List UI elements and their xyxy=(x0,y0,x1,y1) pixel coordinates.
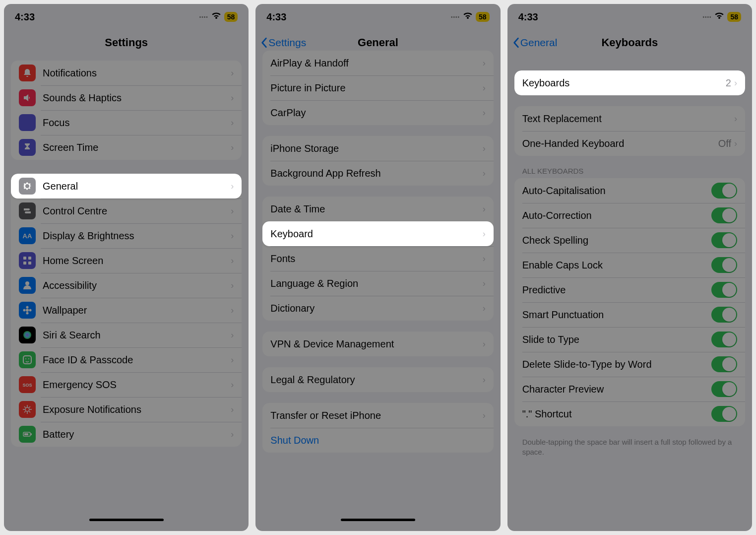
page-title: Settings xyxy=(105,36,148,49)
toggle-row-slide-to-type: Slide to Type xyxy=(514,327,745,352)
toggle-switch[interactable] xyxy=(711,232,737,248)
chevron-right-icon: › xyxy=(483,254,486,264)
chevron-right-icon: › xyxy=(231,181,234,192)
row-one-handed-keyboard[interactable]: One-Handed KeyboardOff› xyxy=(514,131,745,156)
general-row-picture-in-picture[interactable]: Picture in Picture› xyxy=(262,75,493,100)
aa-icon: AA xyxy=(19,227,36,244)
row-label: Auto-Correction xyxy=(522,210,711,221)
chevron-right-icon: › xyxy=(734,114,737,124)
keyboards-list[interactable]: Keyboards2›Text Replacement›One-Handed K… xyxy=(507,56,752,531)
chevron-right-icon: › xyxy=(483,339,486,349)
battery-icon xyxy=(19,426,36,443)
chevron-right-icon: › xyxy=(231,206,234,216)
chevron-right-icon: › xyxy=(231,118,234,128)
back-button[interactable]: Settings xyxy=(260,37,306,49)
row-label: Legal & Regulatory xyxy=(270,374,482,386)
row-label: Fonts xyxy=(270,253,482,265)
settings-row-focus[interactable]: Focus› xyxy=(11,110,242,135)
back-button[interactable]: General xyxy=(512,37,558,49)
row-label: Notifications xyxy=(43,67,231,79)
settings-row-notifications[interactable]: Notifications› xyxy=(11,61,242,85)
chevron-right-icon: › xyxy=(231,142,234,153)
settings-row-screen-time[interactable]: Screen Time› xyxy=(11,135,242,160)
general-row-date-time[interactable]: Date & Time› xyxy=(262,197,493,221)
svg-rect-2 xyxy=(28,257,31,260)
svg-point-16 xyxy=(25,407,29,411)
grid-icon xyxy=(19,252,36,269)
settings-row-siri-search[interactable]: Siri & Search› xyxy=(11,323,242,347)
settings-row-face-id-passcode[interactable]: Face ID & Passcode› xyxy=(11,347,242,372)
toggle-switch[interactable] xyxy=(711,282,737,298)
settings-row-exposure-notifications[interactable]: Exposure Notifications› xyxy=(11,397,242,422)
chevron-right-icon: › xyxy=(483,204,486,214)
general-row-background-app-refresh[interactable]: Background App Refresh› xyxy=(262,161,493,186)
wifi-icon xyxy=(211,12,221,22)
general-row-carplay[interactable]: CarPlay› xyxy=(262,100,493,125)
general-row-fonts[interactable]: Fonts› xyxy=(262,246,493,271)
toggle-switch[interactable] xyxy=(711,356,737,372)
toggle-switch[interactable] xyxy=(711,332,737,347)
chevron-right-icon: › xyxy=(231,231,234,241)
settings-row-sounds-haptics[interactable]: Sounds & Haptics› xyxy=(11,85,242,110)
svg-text:AA: AA xyxy=(23,232,32,240)
home-indicator[interactable] xyxy=(89,519,164,521)
general-row-transfer-or-reset-iphone[interactable]: Transfer or Reset iPhone› xyxy=(262,403,493,428)
chevron-right-icon: › xyxy=(231,93,234,103)
row-label: Screen Time xyxy=(43,142,231,153)
chevron-right-icon: › xyxy=(231,404,234,415)
general-list[interactable]: AirPlay & Handoff›Picture in Picture›Car… xyxy=(255,51,500,531)
toggle-switch[interactable] xyxy=(711,307,737,323)
chevron-right-icon: › xyxy=(483,143,486,154)
toggle-switch[interactable] xyxy=(711,183,737,199)
row-label: General xyxy=(43,181,231,192)
svg-line-23 xyxy=(24,411,26,413)
general-row-airplay-handoff[interactable]: AirPlay & Handoff› xyxy=(262,51,493,75)
settings-row-general[interactable]: General› xyxy=(11,174,242,199)
general-row-dictionary[interactable]: Dictionary› xyxy=(262,296,493,321)
row-label: Face ID & Passcode xyxy=(43,354,231,366)
svg-point-10 xyxy=(29,309,32,312)
svg-point-7 xyxy=(26,306,29,309)
row-label: Home Screen xyxy=(43,255,231,267)
settings-row-wallpaper[interactable]: Wallpaper› xyxy=(11,298,242,323)
page-title: Keyboards xyxy=(601,36,658,49)
settings-row-accessibility[interactable]: Accessibility› xyxy=(11,273,242,298)
bell-icon xyxy=(19,65,36,81)
general-row-keyboard[interactable]: Keyboard› xyxy=(262,221,493,246)
toggle-switch[interactable] xyxy=(711,257,737,273)
general-row-vpn-device-management[interactable]: VPN & Device Management› xyxy=(262,332,493,356)
faceid-icon xyxy=(19,351,36,368)
general-row-iphone-storage[interactable]: iPhone Storage› xyxy=(262,136,493,161)
row-label: Predictive xyxy=(522,284,711,296)
general-row-language-region[interactable]: Language & Region› xyxy=(262,271,493,296)
row-label: Battery xyxy=(43,429,231,440)
settings-row-home-screen[interactable]: Home Screen› xyxy=(11,248,242,273)
keyboards-row[interactable]: Keyboards2› xyxy=(514,70,745,95)
toggle-switch[interactable] xyxy=(711,207,737,223)
toggle-row-predictive: Predictive xyxy=(514,277,745,302)
toggle-row-enable-caps-lock: Enable Caps Lock xyxy=(514,253,745,277)
settings-row-control-centre[interactable]: Control Centre› xyxy=(11,199,242,223)
svg-point-6 xyxy=(26,309,29,312)
toggle-switch[interactable] xyxy=(711,406,737,422)
row-label: Accessibility xyxy=(43,280,231,291)
toggle-row-auto-correction: Auto-Correction xyxy=(514,203,745,228)
settings-row-battery[interactable]: Battery› xyxy=(11,422,242,447)
settings-list[interactable]: Notifications›Sounds & Haptics›Focus›Scr… xyxy=(4,56,249,531)
general-row-shut-down[interactable]: Shut Down xyxy=(262,428,493,453)
row-label: iPhone Storage xyxy=(270,143,482,154)
general-row-legal-regulatory[interactable]: Legal & Regulatory› xyxy=(262,367,493,392)
row-label: Auto-Capitalisation xyxy=(522,185,711,197)
settings-row-emergency-sos[interactable]: SOSEmergency SOS› xyxy=(11,372,242,397)
toggle-switch[interactable] xyxy=(711,381,737,397)
home-indicator[interactable] xyxy=(341,519,415,521)
row-value: 2 xyxy=(726,77,731,89)
chevron-right-icon: › xyxy=(734,138,737,149)
footer-note: Double-tapping the space bar will insert… xyxy=(522,437,737,457)
svg-point-8 xyxy=(26,312,29,315)
row-text-replacement[interactable]: Text Replacement› xyxy=(514,106,745,131)
settings-row-display-brightness[interactable]: AADisplay & Brightness› xyxy=(11,223,242,248)
chevron-right-icon: › xyxy=(231,429,234,440)
status-time: 4:33 xyxy=(518,11,538,23)
toggle-row--shortcut: "." Shortcut xyxy=(514,401,745,426)
